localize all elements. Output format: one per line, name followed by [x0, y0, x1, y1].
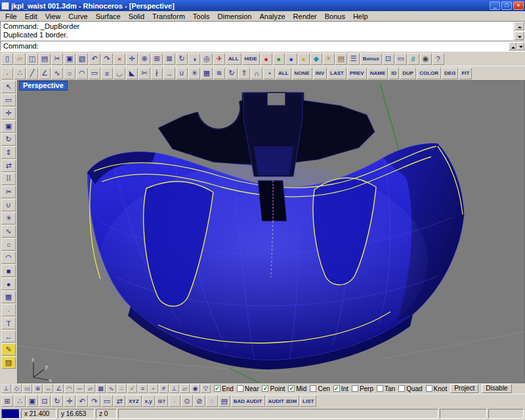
osnap-end-checkbox[interactable]: ✓ [214, 385, 220, 392]
select-by-id-icon[interactable]: ID [388, 68, 399, 79]
chamfer-icon[interactable]: ◣ [126, 68, 138, 79]
menu-view[interactable]: View [41, 12, 65, 20]
status-pane-2[interactable] [488, 409, 524, 419]
render-color-yellow-icon[interactable]: ● [298, 53, 310, 65]
angle-icon[interactable]: ∠ [54, 384, 64, 393]
osnap-mid-checkbox[interactable]: ✓ [288, 385, 295, 392]
osnap-quad-checkbox[interactable] [398, 385, 405, 392]
ortho-icon[interactable]: ⊥ [169, 384, 179, 393]
menu-transform[interactable]: Transform [148, 12, 189, 20]
3d-model-canvas[interactable]: z x y [18, 81, 525, 383]
minimize-button[interactable]: _ [490, 1, 500, 10]
render-color-green-icon[interactable]: ● [273, 53, 285, 65]
split-icon[interactable]: ∤ [151, 68, 163, 79]
point-deviation-icon[interactable]: ∴ [117, 384, 127, 393]
show-all-icon[interactable]: ALL [226, 53, 242, 65]
redo-icon[interactable]: ↷ [101, 53, 113, 65]
units-icon[interactable]: ∘ [148, 384, 158, 393]
cplane-tools-icon[interactable]: ⊥ [1, 384, 11, 393]
filter-icon[interactable]: ▽ [201, 384, 211, 393]
hide-objects-icon[interactable]: HIDE [242, 53, 260, 65]
move-icon[interactable]: ✛ [1, 107, 16, 119]
command-input-row[interactable]: Command: [0, 41, 525, 51]
select-duplicates-icon[interactable]: DUP [400, 68, 416, 79]
length-icon[interactable]: ─ [75, 384, 85, 393]
osnap-cen[interactable]: Cen [310, 385, 329, 392]
cut-icon[interactable]: ✂ [51, 53, 63, 65]
cplane-world-top-icon[interactable]: ⊡ [39, 395, 51, 407]
osnap-knot[interactable]: Knot [426, 385, 448, 392]
arc-tool-icon[interactable]: ◠ [1, 251, 16, 264]
object-properties-icon[interactable]: ☰ [348, 53, 360, 65]
select-icon[interactable]: ↖ [1, 81, 16, 93]
fillet-curve-icon[interactable]: ◡ [114, 68, 125, 79]
bonus-tools-icon[interactable]: Bonus [360, 53, 382, 65]
curve-freeform-icon[interactable]: ∿ [51, 68, 63, 79]
undo-icon[interactable]: ↶ [89, 53, 100, 65]
scroll-down-icon[interactable] [514, 32, 524, 40]
disable-button[interactable]: Disable [482, 384, 511, 393]
move-cplane-icon[interactable]: ✛ [64, 395, 75, 407]
copy-icon[interactable]: ▣ [1, 120, 16, 133]
mirror-icon[interactable]: ⇄ [1, 159, 16, 172]
loft-icon[interactable]: ≋ [213, 68, 225, 79]
wireframe-viewport-icon[interactable]: ◎ [201, 53, 213, 65]
revolve-icon[interactable]: ↻ [226, 68, 238, 79]
menu-analyze[interactable]: Analyze [255, 12, 289, 20]
named-cplane-icon[interactable]: ▭ [22, 384, 32, 393]
point-tool-icon[interactable]: ∙ [1, 304, 16, 316]
set-view-icon[interactable]: ◇ [12, 384, 22, 393]
plan-view-icon[interactable]: ▭ [101, 395, 113, 407]
menu-tools[interactable]: Tools [189, 12, 214, 20]
open-file-icon[interactable]: ▱ [14, 53, 26, 65]
change-degree-icon[interactable]: DEG [442, 68, 458, 79]
distance-icon[interactable]: ↔ [43, 384, 53, 393]
paste-icon[interactable]: ▧ [76, 53, 88, 65]
point-filter-icon[interactable]: ∙ [169, 395, 180, 407]
volume-icon[interactable]: ▩ [96, 384, 106, 393]
menu-edit[interactable]: Edit [21, 12, 41, 20]
menu-bonus[interactable]: Bonus [321, 12, 349, 20]
delete-icon[interactable]: × [114, 53, 125, 65]
zoom-dynamic-icon[interactable]: ⊕ [138, 53, 150, 65]
osnap-tan[interactable]: Tan [377, 385, 395, 392]
command-prompt[interactable]: Command: [3, 42, 39, 50]
osnap-knot-checkbox[interactable] [426, 385, 432, 392]
menu-dimension[interactable]: Dimension [214, 12, 256, 20]
render-icon[interactable]: ✈ [213, 53, 225, 65]
osnap-point[interactable]: ✓Point [262, 385, 285, 392]
osnap-near-checkbox[interactable] [237, 385, 243, 392]
osnap-end[interactable]: ✓End [214, 385, 234, 392]
sync-views-icon[interactable]: ⇄ [114, 395, 125, 407]
osnap-int[interactable]: ✓Int [333, 385, 348, 392]
command-spin-down-icon[interactable] [516, 42, 524, 51]
rotate-cplane-icon[interactable]: ↻ [51, 395, 63, 407]
array-icon[interactable]: ⠿ [1, 173, 16, 185]
sun-light-icon[interactable]: ☀ [323, 53, 335, 65]
group-icon[interactable]: ⊡ [383, 53, 394, 65]
bad-audit-icon[interactable]: BAD AUDIT [231, 395, 265, 407]
osnap-quad[interactable]: Quad [398, 385, 422, 392]
sphere-tool-icon[interactable]: ● [1, 278, 16, 290]
osnap-int-checkbox[interactable]: ✓ [333, 385, 340, 392]
named-views-icon[interactable]: ▭ [395, 53, 407, 65]
menu-render[interactable]: Render [289, 12, 321, 20]
menu-curve[interactable]: Curve [64, 12, 91, 20]
list-objects-icon[interactable]: LIST [300, 395, 316, 407]
menu-solid[interactable]: Solid [125, 12, 148, 20]
curvature-analysis-icon[interactable]: ∿ [106, 384, 116, 393]
layer-state-icon[interactable]: ▤ [219, 395, 230, 407]
single-point-icon[interactable]: ∙ [1, 68, 13, 79]
line-icon[interactable]: ╱ [26, 68, 38, 79]
object-lock-icon[interactable]: ⊘ [194, 395, 205, 407]
extend-icon[interactable]: → [163, 68, 175, 79]
planar-icon[interactable]: ▱ [180, 384, 190, 393]
viewport-label[interactable]: Perspective [19, 81, 68, 91]
select-by-color-icon[interactable]: COLOR [417, 68, 441, 79]
curve-tools-icon[interactable]: ∿ [1, 225, 16, 238]
dimension-tool-icon[interactable]: ↔ [1, 330, 16, 343]
record-history-icon[interactable]: ◉ [190, 384, 200, 393]
rotate-view-icon[interactable]: ↻ [176, 53, 188, 65]
help-icon[interactable]: ? [432, 53, 444, 65]
command-history-scrollbar[interactable] [514, 22, 524, 40]
